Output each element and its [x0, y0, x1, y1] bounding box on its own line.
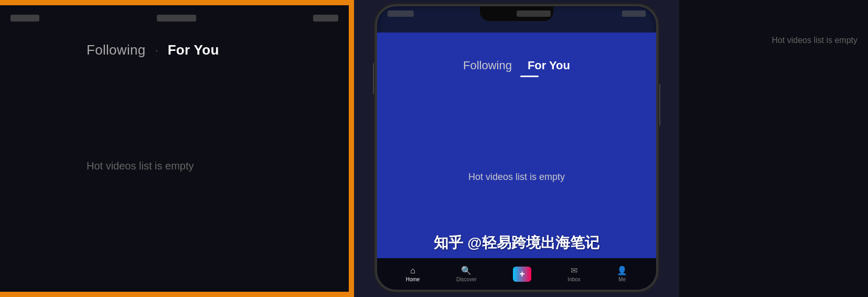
phone-nav-plus[interactable]: + — [513, 267, 531, 282]
me-icon: 👤 — [617, 266, 627, 275]
phone-nav-me[interactable]: 👤 Me — [617, 266, 627, 282]
phone-status-bar — [377, 6, 656, 33]
me-label: Me — [618, 277, 626, 282]
phone-empty-message: Hot videos list is empty — [468, 172, 565, 183]
right-section: Following For You Hot videos list is emp… — [354, 0, 868, 297]
right-dark-panel: Hot videos list is empty — [679, 0, 868, 297]
empty-message-left: Hot videos list is empty — [87, 160, 194, 172]
phone-blur-2 — [517, 10, 551, 17]
phone-nav-wrapper: Following For You — [463, 43, 570, 77]
blur-block-2 — [157, 15, 196, 22]
tab-following-left[interactable]: Following — [87, 42, 146, 58]
page-container: Following · For You Hot videos list is e… — [0, 0, 868, 297]
phone-tab-foryou[interactable]: For You — [528, 59, 570, 72]
discover-icon: 🔍 — [461, 266, 471, 275]
phone-indicator-row — [463, 72, 570, 77]
blur-block-1 — [10, 15, 39, 22]
discover-label: Discover — [456, 277, 477, 282]
phone-tab-following[interactable]: Following — [463, 59, 512, 72]
blur-block-3 — [313, 15, 338, 22]
phone-blur-3 — [622, 10, 646, 17]
plus-button[interactable]: + — [513, 267, 531, 282]
phone-tab-indicator — [520, 76, 539, 77]
tab-foryou-left[interactable]: For You — [168, 42, 219, 58]
phone-bezel: Following For You Hot videos list is emp… — [375, 4, 658, 292]
home-icon: ⌂ — [410, 266, 415, 275]
phone-nav-inbox[interactable]: ✉ Inbox — [567, 266, 580, 282]
status-bar-left — [0, 10, 349, 25]
phone-nav-discover[interactable]: 🔍 Discover — [456, 266, 477, 282]
phone-nav-home[interactable]: ⌂ Home — [406, 266, 420, 282]
phone-blur-1 — [388, 10, 414, 17]
phone-nav: Following For You — [463, 59, 570, 72]
inbox-icon: ✉ — [571, 266, 577, 275]
phone-screen: Following For You Hot videos list is emp… — [377, 33, 656, 258]
nav-tabs-left: Following · For You — [0, 42, 349, 58]
phone-container: Following For You Hot videos list is emp… — [354, 0, 679, 297]
inbox-label: Inbox — [567, 277, 580, 282]
empty-message-right: Hot videos list is empty — [771, 36, 858, 45]
left-panel: Following · For You Hot videos list is e… — [0, 5, 349, 292]
phone-right-chrome — [658, 84, 660, 126]
watermark: 知乎 @轻易跨境出海笔记 — [377, 233, 656, 253]
home-label: Home — [406, 277, 420, 282]
phone-bottom-nav: ⌂ Home 🔍 Discover + ✉ Inbox — [377, 258, 656, 290]
tab-divider-left: · — [155, 44, 158, 57]
